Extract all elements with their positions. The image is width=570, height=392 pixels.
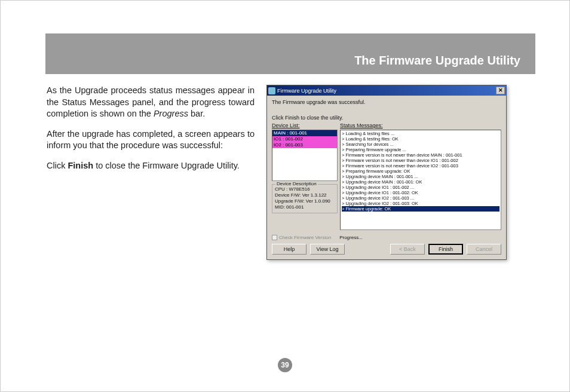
status-line: > Searching for devices ... (342, 142, 499, 147)
para2: After the upgrade has completed, a scree… (47, 128, 255, 152)
firmware-utility-window: Firmware Upgrade Utility ✕ The Firmware … (266, 85, 507, 260)
close-icon[interactable]: ✕ (496, 87, 505, 94)
status-messages-label: Status Messages: (340, 122, 501, 128)
status-line: > Preparing firmware upgrade ... (342, 147, 499, 152)
status-line: > Firmware version is not newer than dev… (342, 158, 499, 163)
desc-line: CPU : W78E516 (275, 186, 335, 192)
para3-finish: Finish (68, 161, 93, 170)
list-item[interactable]: IO1 : 001-002 (272, 136, 337, 142)
page-number: 39 (278, 358, 292, 372)
device-list[interactable]: MAIN : 001-001 IO1 : 001-002 IO2 : 001-0… (272, 130, 338, 181)
desc-legend: Device Description (275, 181, 318, 187)
para1-c: bar. (188, 109, 205, 118)
view-log-button[interactable]: View Log (310, 244, 345, 255)
finish-button[interactable]: Finish (428, 244, 463, 255)
status-line: > Loading & testing files: OK (342, 136, 499, 142)
status-messages[interactable]: > Loading & testing files ... > Loading … (340, 130, 501, 230)
status-line: > Upgrading device MAIN : 001-001 ... (342, 174, 499, 179)
page-title: The Firmware Upgrade Utility (354, 54, 520, 68)
cancel-button: Cancel (467, 244, 501, 255)
status-line: > Upgrading device IO2 : 001-003: OK (342, 201, 499, 206)
para1-progress: Progress (154, 109, 188, 118)
para1-a: As the Upgrade proceeds status messages … (47, 85, 255, 118)
list-item[interactable]: IO2 : 001-003 (272, 142, 337, 148)
check-firmware-version: Check Firmware Version (272, 235, 331, 240)
status-line: > Firmware version is not newer than dev… (342, 163, 499, 169)
desc-line: Upgrade F/W: Ver 1.0.090 (275, 198, 335, 204)
progress-label: Progress... (339, 235, 363, 240)
finish-hint: Click Finish to close the utility. (272, 115, 501, 121)
help-button[interactable]: Help (272, 244, 307, 255)
para3-c: to close the Firmware Upgrade Utility. (93, 161, 240, 170)
body-text: As the Upgrade proceeds status messages … (36, 85, 255, 260)
app-icon (268, 87, 275, 94)
status-line: > Preparing firmware upgrade: OK (342, 169, 499, 174)
para3-a: Click (47, 161, 68, 170)
device-list-label: Device List: (272, 122, 338, 128)
window-title: Firmware Upgrade Utility (277, 88, 336, 94)
status-line: > Upgrading device IO1 : 001-002: OK (342, 190, 499, 195)
device-description: Device Description CPU : W78E516 Device … (272, 184, 338, 213)
checkbox-icon (272, 235, 277, 240)
status-line: > Firmware upgrade: OK (342, 206, 499, 212)
desc-line: MID: 001-001 (275, 204, 335, 210)
list-item[interactable]: MAIN : 001-001 (272, 130, 337, 136)
titlebar: Firmware Upgrade Utility ✕ (267, 85, 506, 96)
status-line: > Firmware version is not newer than dev… (342, 152, 499, 158)
check-label: Check Firmware Version (279, 235, 331, 240)
status-line: > Loading & testing files ... (342, 131, 499, 136)
status-line: > Upgrading device IO1 : 001-002 ... (342, 185, 499, 190)
header-bar: The Firmware Upgrade Utility (45, 33, 535, 74)
success-message: The Firmware upgrade was successful. (272, 99, 501, 105)
status-line: > Upgrading device IO2 : 001-003 ... (342, 195, 499, 201)
desc-line: Device F/W: Ver 1.3.122 (275, 192, 335, 198)
status-line: > Upgrading device MAIN : 001-001: OK (342, 179, 499, 185)
back-button: < Back (390, 244, 425, 255)
